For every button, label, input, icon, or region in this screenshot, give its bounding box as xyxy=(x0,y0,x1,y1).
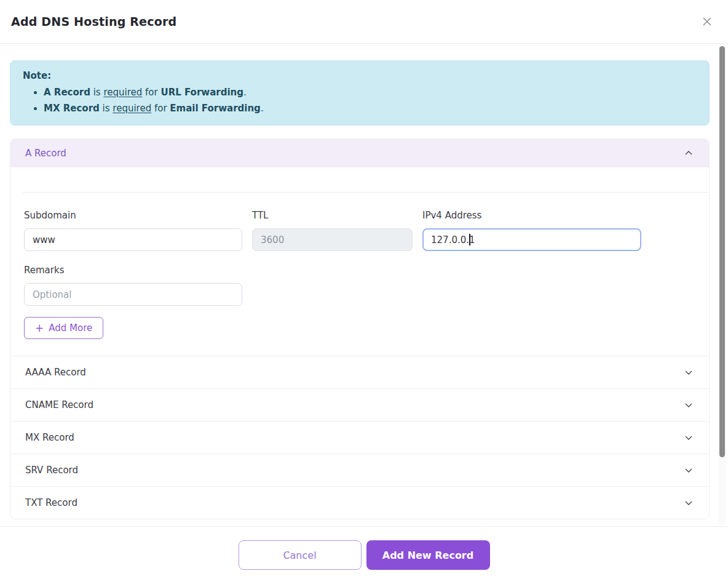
modal-title: Add DNS Hosting Record xyxy=(11,15,176,28)
add-more-button[interactable]: + Add More xyxy=(24,317,103,339)
a-record-panel: Subdomain TTL IPv4 Address xyxy=(10,192,709,356)
note-box: Note: A Record is required for URL Forwa… xyxy=(10,60,710,126)
scrollbar-track xyxy=(718,44,726,525)
modal-body: Note: A Record is required for URL Forwa… xyxy=(0,44,728,526)
ttl-label: TTL xyxy=(252,210,413,221)
ipv4-input-wrap xyxy=(422,228,641,251)
accordion-label-aaaa-record: AAAA Record xyxy=(25,367,86,378)
accordion-label-a-record: A Record xyxy=(25,148,66,159)
accordion-header-mx-record[interactable]: MX Record xyxy=(10,421,709,454)
field-row-2: Remarks xyxy=(24,265,695,306)
cancel-button[interactable]: Cancel xyxy=(239,540,362,570)
plus-icon: + xyxy=(35,323,44,334)
remarks-label: Remarks xyxy=(24,265,242,276)
accordion-header-cname-record[interactable]: CNAME Record xyxy=(10,388,709,421)
text-cursor xyxy=(469,234,470,246)
ipv4-input[interactable] xyxy=(422,228,641,251)
accordion-header-aaaa-record[interactable]: AAAA Record xyxy=(10,356,709,388)
modal-footer: Cancel Add New Record xyxy=(0,526,728,584)
close-button[interactable] xyxy=(698,13,716,30)
chevron-down-icon xyxy=(683,497,694,508)
accordion-header-a-record[interactable]: A Record xyxy=(10,139,709,167)
accordion-label-txt-record: TXT Record xyxy=(25,497,77,508)
chevron-down-icon xyxy=(683,367,694,378)
add-new-record-button[interactable]: Add New Record xyxy=(366,540,490,570)
note-heading: Note: xyxy=(23,69,697,82)
accordion-label-srv-record: SRV Record xyxy=(25,465,78,476)
ipv4-field-group: IPv4 Address xyxy=(422,210,641,251)
note-list: A Record is required for URL Forwarding.… xyxy=(23,85,697,116)
chevron-down-icon xyxy=(683,432,694,443)
modal-header: Add DNS Hosting Record xyxy=(0,0,728,44)
remarks-field-group: Remarks xyxy=(24,265,242,306)
remarks-input[interactable] xyxy=(24,283,242,306)
note-item-a-record: A Record is required for URL Forwarding. xyxy=(44,85,697,100)
add-more-label: Add More xyxy=(49,322,92,334)
accordion-header-srv-record[interactable]: SRV Record xyxy=(10,454,709,486)
a-record-fields: Subdomain TTL IPv4 Address xyxy=(10,193,709,339)
close-icon xyxy=(701,15,713,28)
chevron-up-icon xyxy=(683,148,694,159)
record-accordion: A Record Subdomain TTL xyxy=(10,138,710,519)
ipv4-label: IPv4 Address xyxy=(422,210,641,221)
field-row-1: Subdomain TTL IPv4 Address xyxy=(24,210,695,251)
scrollbar-thumb[interactable] xyxy=(719,46,725,457)
chevron-down-icon xyxy=(683,399,694,410)
accordion-header-txt-record[interactable]: TXT Record xyxy=(10,486,709,519)
ttl-field-group: TTL xyxy=(252,210,413,251)
accordion-label-cname-record: CNAME Record xyxy=(25,399,93,410)
accordion-label-mx-record: MX Record xyxy=(25,432,74,443)
note-item-mx-record: MX Record is required for Email Forwardi… xyxy=(44,101,697,116)
subdomain-field-group: Subdomain xyxy=(24,210,242,251)
subdomain-input[interactable] xyxy=(24,228,242,251)
ttl-input xyxy=(252,228,413,251)
chevron-down-icon xyxy=(683,465,694,476)
subdomain-label: Subdomain xyxy=(24,210,242,221)
